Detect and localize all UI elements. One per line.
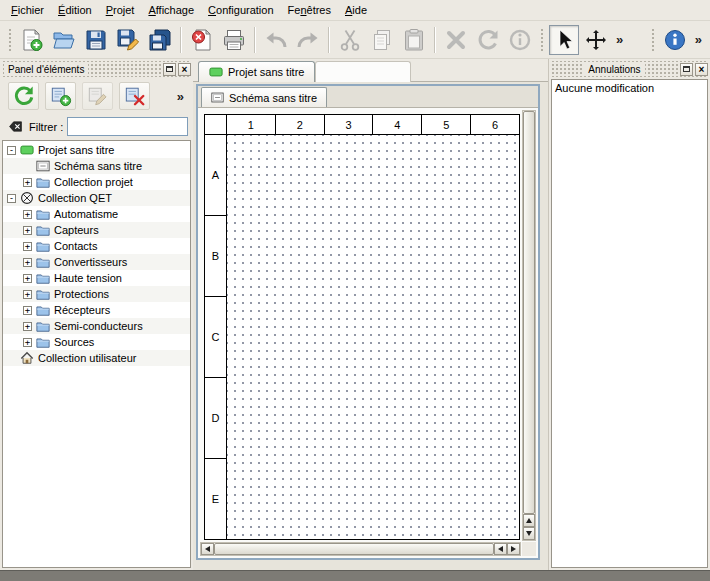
print-button[interactable] bbox=[219, 25, 249, 55]
tab-projet-sans-titre[interactable]: Projet sans titre bbox=[198, 61, 315, 82]
horizontal-scroll-track[interactable] bbox=[214, 543, 494, 555]
menu-fenetres[interactable]: Fenêtres bbox=[281, 1, 338, 19]
tree-item-semi-conducteurs[interactable]: +Semi-conducteurs bbox=[3, 318, 190, 334]
menu-fichier[interactable]: Fichier bbox=[4, 1, 51, 19]
panel-toolbar-overflow-button[interactable]: » bbox=[173, 83, 188, 109]
window-bottom-edge bbox=[0, 570, 710, 581]
close-file-button[interactable] bbox=[187, 25, 217, 55]
edit-element-button[interactable] bbox=[82, 82, 113, 110]
copy-button[interactable] bbox=[367, 25, 397, 55]
new-project-button[interactable] bbox=[17, 25, 47, 55]
toolbar-grip-handle[interactable] bbox=[7, 27, 13, 53]
undo-item-empty[interactable]: Aucune modification bbox=[555, 82, 704, 94]
tree-item-capteurs[interactable]: +Capteurs bbox=[3, 222, 190, 238]
undo-panel-title: Annulations bbox=[584, 64, 644, 75]
reload-collections-button[interactable] bbox=[8, 82, 39, 110]
open-project-button[interactable] bbox=[49, 25, 79, 55]
undo-panel-float-button[interactable] bbox=[680, 63, 693, 76]
info-gray-icon bbox=[508, 28, 532, 52]
scroll-left-2-button[interactable] bbox=[494, 543, 507, 555]
selection-properties-button[interactable] bbox=[505, 25, 535, 55]
collapse-icon[interactable]: - bbox=[7, 194, 16, 203]
tree-item-collection-projet[interactable]: +Collection projet bbox=[3, 174, 190, 190]
save-as-button[interactable] bbox=[113, 25, 143, 55]
expand-icon[interactable]: + bbox=[23, 258, 32, 267]
arrow-right-icon bbox=[511, 546, 516, 552]
vertical-scrollbar[interactable] bbox=[522, 110, 536, 541]
scroll-up-button[interactable] bbox=[523, 514, 535, 527]
toolbar-separator bbox=[254, 27, 256, 53]
save-all-button[interactable] bbox=[145, 25, 175, 55]
tree-item-label: Protections bbox=[54, 288, 109, 300]
diagram-window: Schéma sans titre 123456 ABCDE bbox=[196, 84, 540, 560]
diagram-toolbar-overflow-button[interactable]: » bbox=[612, 27, 627, 53]
menu-affichage[interactable]: Affichage bbox=[141, 1, 201, 19]
diagram-grid-canvas[interactable] bbox=[227, 135, 519, 539]
expand-icon[interactable]: + bbox=[23, 226, 32, 235]
selection-mode-button[interactable] bbox=[549, 25, 579, 55]
scroll-left-button[interactable] bbox=[201, 543, 214, 555]
save-icon bbox=[84, 28, 108, 52]
horizontal-scrollbar[interactable] bbox=[200, 542, 521, 556]
menu-aide[interactable]: Aide bbox=[338, 1, 374, 19]
redo-button[interactable] bbox=[293, 25, 323, 55]
tree-item-protections[interactable]: +Protections bbox=[3, 286, 190, 302]
filter-input[interactable] bbox=[67, 117, 188, 136]
help-toolbar-overflow-button[interactable]: » bbox=[691, 27, 706, 53]
save-all-icon bbox=[148, 28, 172, 52]
vertical-scroll-thumb[interactable] bbox=[523, 111, 535, 514]
elements-panel-header[interactable]: Panel d'éléments × bbox=[2, 61, 191, 77]
menu-projet[interactable]: Projet bbox=[99, 1, 142, 19]
expand-icon[interactable]: + bbox=[23, 322, 32, 331]
pan-mode-button[interactable] bbox=[581, 25, 611, 55]
elements-panel-float-button[interactable] bbox=[163, 63, 176, 76]
clear-filter-button[interactable] bbox=[5, 118, 25, 136]
paste-button[interactable] bbox=[399, 25, 429, 55]
undo-panel-header[interactable]: Annulations × bbox=[551, 61, 708, 77]
save-button[interactable] bbox=[81, 25, 111, 55]
elements-panel-close-button[interactable]: × bbox=[178, 63, 191, 76]
toolbar-grip-handle[interactable] bbox=[539, 27, 545, 53]
menu-edition[interactable]: Édition bbox=[51, 1, 99, 19]
tree-item-recepteurs[interactable]: +Récepteurs bbox=[3, 302, 190, 318]
tree-item-convertisseurs[interactable]: +Convertisseurs bbox=[3, 254, 190, 270]
tree-item-collection-utilisateur[interactable]: Collection utilisateur bbox=[3, 350, 190, 366]
toolbar-grip-handle[interactable] bbox=[650, 27, 656, 53]
undo-button[interactable] bbox=[261, 25, 291, 55]
tab-schema-sans-titre[interactable]: Schéma sans titre bbox=[201, 87, 327, 107]
tree-item-collection-qet[interactable]: -Collection QET bbox=[3, 190, 190, 206]
redo-icon bbox=[296, 28, 320, 52]
collapse-icon[interactable]: - bbox=[7, 146, 16, 155]
cut-button[interactable] bbox=[335, 25, 365, 55]
scroll-right-button[interactable] bbox=[507, 543, 520, 555]
expand-icon[interactable]: + bbox=[23, 290, 32, 299]
diagram-viewport[interactable]: 123456 ABCDE bbox=[198, 108, 538, 558]
scroll-down-button[interactable] bbox=[523, 527, 535, 540]
expand-icon[interactable]: + bbox=[23, 178, 32, 187]
tree-item-projet-sans-titre[interactable]: -Projet sans titre bbox=[3, 142, 190, 158]
tree-item-sources[interactable]: +Sources bbox=[3, 334, 190, 350]
float-icon bbox=[166, 66, 173, 72]
horizontal-scroll-thumb[interactable] bbox=[214, 543, 494, 555]
about-qet-button[interactable] bbox=[660, 25, 690, 55]
delete-element-button[interactable] bbox=[119, 82, 150, 110]
tree-item-label: Collection utilisateur bbox=[38, 352, 136, 364]
new-element-button[interactable] bbox=[45, 82, 76, 110]
tree-item-automatisme[interactable]: +Automatisme bbox=[3, 206, 190, 222]
rotate-selection-button[interactable] bbox=[473, 25, 503, 55]
column-header-6: 6 bbox=[470, 115, 519, 134]
expand-icon[interactable]: + bbox=[23, 338, 32, 347]
expand-icon[interactable]: + bbox=[23, 306, 32, 315]
project-tab-bar: Projet sans titre bbox=[193, 59, 548, 82]
expand-icon[interactable]: + bbox=[23, 242, 32, 251]
menu-configuration[interactable]: Configuration bbox=[201, 1, 280, 19]
delete-selection-button[interactable] bbox=[441, 25, 471, 55]
folder-icon bbox=[36, 303, 50, 317]
expand-icon[interactable]: + bbox=[23, 274, 32, 283]
expand-icon[interactable]: + bbox=[23, 210, 32, 219]
undo-panel-close-button[interactable]: × bbox=[695, 63, 708, 76]
tree-item-haute-tension[interactable]: +Haute tension bbox=[3, 270, 190, 286]
toolbar-separator bbox=[328, 27, 330, 53]
tree-item-contacts[interactable]: +Contacts bbox=[3, 238, 190, 254]
tree-item-schema-sans-titre[interactable]: Schéma sans titre bbox=[3, 158, 190, 174]
